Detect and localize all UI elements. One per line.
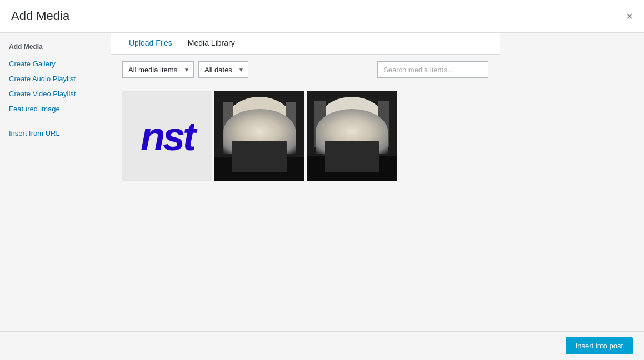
- svg-rect-8: [270, 142, 282, 161]
- tab-media-library[interactable]: Media Library: [181, 33, 242, 54]
- tabs-bar: Upload Files Media Library: [111, 33, 500, 55]
- media-item-room2[interactable]: [307, 91, 397, 181]
- media-type-filter-wrapper: All media items ▼: [122, 61, 194, 78]
- close-button[interactable]: ×: [626, 11, 633, 22]
- modal-header: Add Media ×: [0, 0, 644, 33]
- svg-rect-4: [286, 102, 296, 147]
- sidebar-item-insert-from-url[interactable]: Insert from URL: [0, 126, 111, 141]
- media-search-input[interactable]: [377, 61, 488, 78]
- media-type-filter[interactable]: All media items: [122, 61, 194, 78]
- room1-svg: [214, 91, 304, 181]
- svg-rect-17: [341, 140, 355, 160]
- nsu-text: nst: [141, 116, 194, 156]
- room2-svg: [307, 91, 397, 181]
- media-grid-area: nst: [111, 85, 500, 331]
- media-toolbar: All media items ▼ All dates ▼: [111, 55, 500, 85]
- svg-rect-6: [234, 144, 246, 161]
- sidebar-title: Add Media: [0, 40, 111, 56]
- svg-rect-7: [251, 141, 263, 161]
- tab-upload-files[interactable]: Upload Files: [122, 33, 179, 54]
- svg-rect-5: [237, 152, 282, 157]
- nsu-logo-thumb: nst: [122, 91, 212, 181]
- svg-rect-16: [323, 143, 337, 161]
- insert-into-post-button[interactable]: Insert into post: [566, 337, 633, 354]
- modal-overlay: Add Media × Add Media Create Gallery Cre…: [0, 0, 644, 360]
- svg-rect-14: [378, 101, 389, 147]
- sidebar-item-create-gallery[interactable]: Create Gallery: [0, 56, 111, 71]
- svg-rect-9: [214, 157, 304, 181]
- media-item-nsu[interactable]: nst: [122, 91, 212, 181]
- sidebar: Add Media Create Gallery Create Audio Pl…: [0, 33, 111, 331]
- svg-rect-13: [314, 101, 326, 147]
- sidebar-divider: [0, 121, 111, 121]
- svg-rect-2: [226, 122, 293, 144]
- modal-footer: Insert into post: [0, 331, 644, 360]
- modal-body: Add Media Create Gallery Create Audio Pl…: [0, 33, 644, 331]
- svg-rect-3: [223, 102, 233, 147]
- svg-rect-19: [307, 156, 397, 181]
- main-content: Upload Files Media Library All media ite…: [111, 33, 500, 331]
- svg-point-1: [226, 97, 293, 147]
- sidebar-item-create-audio-playlist[interactable]: Create Audio Playlist: [0, 71, 111, 86]
- modal-title: Add Media: [11, 9, 69, 23]
- sidebar-item-featured-image[interactable]: Featured Image: [0, 101, 111, 116]
- date-filter-wrapper: All dates ▼: [198, 61, 248, 78]
- svg-rect-15: [328, 151, 376, 156]
- svg-rect-18: [360, 141, 373, 160]
- media-grid: nst: [122, 91, 488, 181]
- sidebar-item-create-video-playlist[interactable]: Create Video Playlist: [0, 86, 111, 101]
- svg-rect-12: [319, 120, 385, 141]
- media-item-room1[interactable]: [214, 91, 304, 181]
- room2-thumb: [307, 91, 397, 181]
- add-media-modal: Add Media × Add Media Create Gallery Cre…: [0, 0, 644, 360]
- svg-point-11: [319, 97, 384, 144]
- date-filter[interactable]: All dates: [198, 61, 248, 78]
- right-panel: [500, 33, 644, 331]
- room1-thumb: [214, 91, 304, 181]
